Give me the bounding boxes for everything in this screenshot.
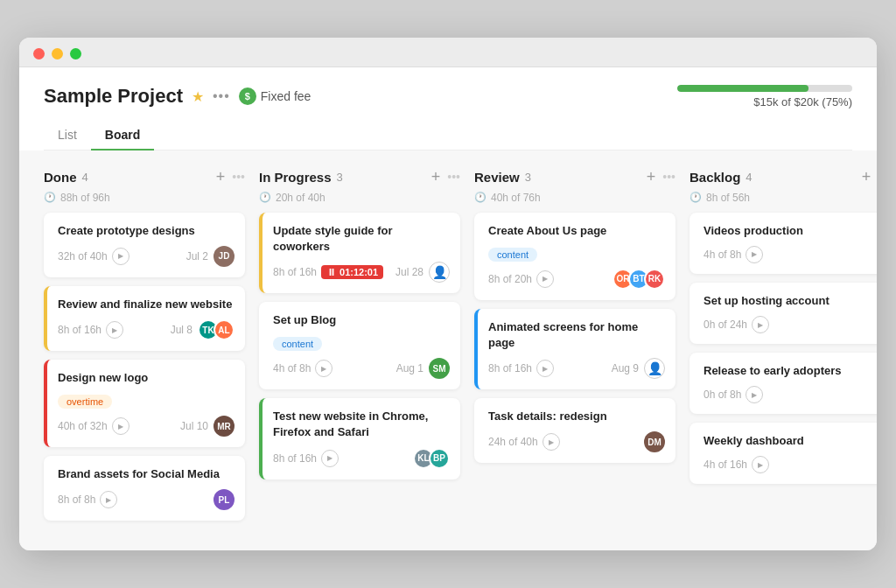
- project-header: Sample Project ★ ••• $ Fixed fee $15k of…: [44, 85, 852, 108]
- close-button[interactable]: [33, 48, 45, 60]
- column-done: Done 4 + ••• 🕐 88h of 96h Create prototy…: [44, 168, 245, 530]
- column-backlog-title: Backlog: [690, 170, 740, 185]
- card-footer: 24h of 40h ▶ DM: [488, 431, 665, 452]
- card-title: Test new website in Chrome, Firefox and …: [273, 409, 450, 440]
- card-hours: 8h of 20h ▶: [488, 270, 554, 288]
- column-in-progress-title-group: In Progress 3: [259, 170, 343, 185]
- column-review-hours-label: 40h of 76h: [491, 192, 541, 204]
- card-footer: 8h of 16h ▶ KL BP: [273, 448, 450, 469]
- card-right: Aug 9 👤: [612, 358, 665, 379]
- card-hours: 4h of 16h ▶: [704, 456, 769, 473]
- play-button[interactable]: ▶: [536, 360, 554, 377]
- card-footer: 8h of 8h ▶ PL: [58, 489, 234, 510]
- play-button[interactable]: ▶: [536, 270, 554, 288]
- hours-label: 8h of 16h: [58, 324, 102, 336]
- card-right: DM: [644, 431, 665, 452]
- card-videos-production[interactable]: Videos production 4h of 8h ▶: [690, 213, 877, 274]
- fixed-fee-label: Fixed fee: [261, 89, 312, 103]
- column-in-progress-header: In Progress 3 + •••: [259, 168, 460, 186]
- avatar-placeholder: 👤: [644, 358, 665, 379]
- hours-label: 8h of 16h: [273, 452, 317, 465]
- play-button[interactable]: ▶: [746, 246, 763, 263]
- card-design-logo[interactable]: Design new logo overtime 40h of 32h ▶ Ju…: [44, 360, 245, 447]
- tab-list[interactable]: List: [44, 121, 91, 150]
- content-tag: content: [273, 337, 322, 351]
- play-button[interactable]: ▶: [315, 360, 332, 377]
- card-style-guide[interactable]: Update style guide for coworkers 8h of 1…: [259, 213, 460, 293]
- card-create-prototype[interactable]: Create prototype designs 32h of 40h ▶ Ju…: [44, 213, 245, 277]
- card-release[interactable]: Release to early adopters 0h of 8h ▶: [690, 353, 877, 414]
- app-content: Sample Project ★ ••• $ Fixed fee $15k of…: [19, 67, 877, 150]
- column-backlog-actions: + •••: [862, 168, 877, 186]
- column-backlog: Backlog 4 + ••• 🕐 8h of 56h Videos produ…: [690, 168, 877, 530]
- play-button[interactable]: ▶: [321, 450, 339, 467]
- play-button[interactable]: ▶: [100, 491, 117, 508]
- maximize-button[interactable]: [70, 48, 81, 60]
- column-review-title: Review: [474, 170, 520, 185]
- card-review-website[interactable]: Review and finalize new website 8h of 16…: [44, 286, 245, 351]
- tab-board[interactable]: Board: [91, 121, 154, 150]
- column-done-title: Done: [44, 170, 77, 185]
- card-task-details[interactable]: Task details: redesign 24h of 40h ▶ DM: [474, 398, 676, 463]
- add-task-icon[interactable]: +: [862, 168, 872, 186]
- card-footer: 40h of 32h ▶ Jul 10 MR: [58, 416, 234, 437]
- play-button[interactable]: ▶: [752, 456, 769, 473]
- card-right: OR BT RK: [612, 269, 665, 290]
- card-hosting[interactable]: Set up hosting account 0h of 24h ▶: [690, 283, 877, 344]
- card-set-up-blog[interactable]: Set up Blog content 4h of 8h ▶ Aug 1 SM: [259, 302, 460, 389]
- star-icon[interactable]: ★: [192, 88, 204, 105]
- card-about-us[interactable]: Create About Us page content 8h of 20h ▶…: [474, 213, 676, 300]
- timer-badge: ⏸ 01:12:01: [321, 265, 383, 279]
- hours-label: 40h of 32h: [58, 420, 108, 432]
- column-options-icon[interactable]: •••: [662, 170, 676, 184]
- minimize-button[interactable]: [52, 48, 63, 60]
- column-options-icon[interactable]: •••: [232, 170, 245, 184]
- card-brand-assets[interactable]: Brand assets for Social Media 8h of 8h ▶…: [44, 456, 245, 521]
- card-right: Jul 8 TK AL: [171, 319, 234, 340]
- overtime-tag: overtime: [58, 395, 112, 409]
- card-hours: 24h of 40h ▶: [488, 433, 560, 451]
- card-title: Create prototype designs: [58, 223, 234, 239]
- play-button[interactable]: ▶: [746, 386, 763, 403]
- card-right: Aug 1 SM: [396, 358, 450, 379]
- add-task-icon[interactable]: +: [647, 168, 656, 186]
- card-test-website[interactable]: Test new website in Chrome, Firefox and …: [259, 398, 460, 479]
- project-right: $15k of $20k (75%): [677, 85, 852, 108]
- play-button[interactable]: ▶: [112, 248, 130, 265]
- column-in-progress-hours-label: 20h of 40h: [276, 192, 326, 204]
- clock-icon: 🕐: [690, 192, 702, 203]
- play-button[interactable]: ▶: [106, 321, 123, 339]
- avatar-group: TK AL: [198, 319, 234, 340]
- avatar-group: KL BP: [413, 448, 450, 469]
- card-title: Set up hosting account: [704, 293, 877, 309]
- date-label: Jul 8: [171, 324, 192, 336]
- column-review-header: Review 3 + •••: [474, 168, 676, 186]
- card-right: Jul 10 MR: [180, 416, 234, 437]
- titlebar: [19, 38, 877, 67]
- play-button[interactable]: ▶: [542, 433, 560, 451]
- more-options-icon[interactable]: •••: [213, 88, 230, 104]
- board-area: Done 4 + ••• 🕐 88h of 96h Create prototy…: [19, 150, 877, 551]
- column-options-icon[interactable]: •••: [447, 170, 460, 184]
- card-title: Release to early adopters: [704, 363, 877, 379]
- date-label: Jul 2: [186, 250, 208, 262]
- progress-label: $15k of $20k (75%): [753, 95, 852, 108]
- column-backlog-hours: 🕐 8h of 56h: [690, 192, 877, 204]
- column-in-progress-hours: 🕐 20h of 40h: [259, 192, 460, 204]
- add-task-icon[interactable]: +: [431, 168, 441, 186]
- card-title: Set up Blog: [273, 312, 450, 328]
- card-footer: 8h of 16h ⏸ 01:12:01 Jul 28 👤: [273, 262, 450, 283]
- avatar-group: OR BT RK: [612, 269, 665, 290]
- column-done-hours: 🕐 88h of 96h: [44, 192, 245, 204]
- dollar-icon: $: [239, 88, 256, 105]
- play-button[interactable]: ▶: [112, 417, 130, 435]
- card-weekly-dashboard[interactable]: Weekly dashboard 4h of 16h ▶: [690, 423, 877, 484]
- card-hours: 4h of 8h ▶: [273, 360, 332, 377]
- card-hours: 4h of 8h ▶: [704, 246, 763, 263]
- card-animated-screens[interactable]: Animated screens for home page 8h of 16h…: [474, 309, 676, 389]
- column-in-progress-count: 3: [337, 171, 343, 184]
- play-button[interactable]: ▶: [752, 316, 769, 333]
- card-hours: 8h of 16h ▶: [58, 321, 123, 339]
- add-task-icon[interactable]: +: [216, 168, 226, 186]
- card-hours: 0h of 8h ▶: [704, 386, 763, 403]
